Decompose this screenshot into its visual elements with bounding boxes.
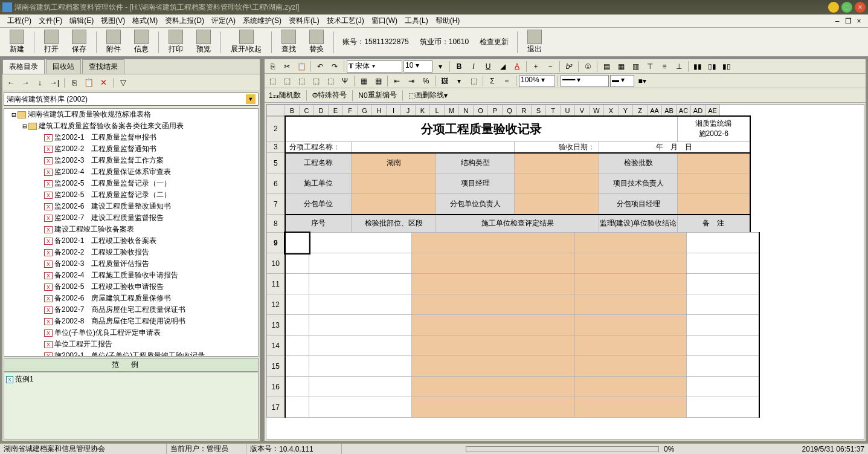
cell-supervisor-result[interactable] <box>575 294 687 315</box>
col-header[interactable]: C <box>300 105 314 116</box>
barcode1-icon[interactable]: ▮▮ <box>691 60 704 73</box>
cell-location[interactable] <box>309 336 412 356</box>
mdi-restore[interactable]: ❐ <box>843 17 854 25</box>
tb-exit[interactable]: 退出 <box>521 28 548 56</box>
tab-table-index[interactable]: 表格目录 <box>2 59 45 74</box>
col-header[interactable]: K <box>416 105 430 116</box>
col-header[interactable]: H <box>372 105 387 116</box>
tree-item[interactable]: X施2002-1 单位(子单位)工程质量竣工验收记录 <box>4 350 258 357</box>
cell-remark[interactable] <box>687 253 759 274</box>
tab-search-result[interactable]: 查找结果 <box>82 59 124 74</box>
cell-seq[interactable] <box>285 356 309 377</box>
tb-open[interactable]: 打开 <box>38 28 65 56</box>
line-weight-select[interactable]: ▬ ▾ <box>610 75 634 87</box>
mdi-minimize[interactable]: – <box>832 17 843 25</box>
cell-remark[interactable] <box>687 315 759 336</box>
menu-report[interactable]: 资料上报(D) <box>161 15 208 27</box>
col-header[interactable]: G <box>358 105 372 116</box>
delete-icon[interactable]: ✕ <box>98 78 108 88</box>
col-header[interactable]: AC <box>677 105 691 116</box>
col-header[interactable]: N <box>459 105 474 116</box>
check-update[interactable]: 检查更新 <box>475 37 513 47</box>
delete-col-icon[interactable]: ⬚ <box>309 75 323 87</box>
menu-tools[interactable]: 工具(L) <box>401 15 432 27</box>
align-bottom-icon[interactable]: ⊥ <box>672 60 686 73</box>
cell-contractor-result[interactable] <box>412 377 575 397</box>
menu-library[interactable]: 资料库(L) <box>285 15 323 27</box>
accept-date-value[interactable]: 年 月 日 <box>599 141 750 153</box>
tb-info[interactable]: 信息 <box>128 28 155 56</box>
menu-help[interactable]: 帮助(H) <box>432 15 464 27</box>
line-style-select[interactable]: ━━━ ▾ <box>561 75 609 87</box>
cell-contractor-result[interactable] <box>412 336 575 356</box>
indent-out-icon[interactable]: ⇤ <box>390 75 403 87</box>
cell-supervisor-result[interactable] <box>575 377 687 397</box>
tb-save[interactable]: 保存 <box>66 28 92 56</box>
strike-line-button[interactable]: ⬚ 画删除线 ▾ <box>405 89 451 102</box>
cell-remark[interactable] <box>687 397 759 418</box>
cell-remark[interactable] <box>687 336 759 356</box>
col-header[interactable]: Z <box>633 105 648 116</box>
cell-location[interactable] <box>309 377 412 397</box>
menu-maintain[interactable]: 系统维护(S) <box>239 15 285 27</box>
random-num-button[interactable]: 1₂₃ 随机数 <box>266 89 304 102</box>
renumber-button[interactable]: N0 重新编号 <box>355 89 399 102</box>
formula-icon[interactable]: = <box>500 75 513 87</box>
col-header[interactable]: E <box>329 105 343 116</box>
row-header[interactable]: 8 <box>267 215 285 233</box>
copy-icon[interactable]: ⎘ <box>266 60 279 73</box>
print-area-icon[interactable]: ⬚ <box>467 75 480 87</box>
cell-supervisor-result[interactable] <box>575 253 687 274</box>
delete-row-icon[interactable]: ⬚ <box>280 75 294 87</box>
value-sub-pm[interactable] <box>678 194 750 215</box>
paste-icon[interactable]: 📋 <box>295 60 308 73</box>
tree-item[interactable]: X单位(子单位)优良工程评定申请表 <box>4 327 258 339</box>
sub-item-value[interactable] <box>352 141 515 153</box>
row-header[interactable]: 10 <box>267 253 285 274</box>
zoom-select[interactable]: 100% ▾ <box>519 75 555 87</box>
tree-item[interactable]: X备2002-8 商品房屋住宅工程使用说明书 <box>4 316 258 327</box>
row-header[interactable]: 12 <box>267 294 285 315</box>
nav-down-icon[interactable]: ↓ <box>35 78 45 88</box>
tb-find[interactable]: 查找 <box>275 28 302 56</box>
menu-tech[interactable]: 技术工艺(J) <box>323 15 368 27</box>
underline-icon[interactable]: U <box>481 60 495 73</box>
col-header[interactable]: AB <box>662 105 677 116</box>
cell-supervisor-result[interactable] <box>575 356 687 377</box>
row-header[interactable]: 11 <box>267 274 285 294</box>
cell-supervisor-result[interactable] <box>575 274 687 294</box>
spreadsheet[interactable]: BCDEFGHIJKLMNOPQRSTUVWXYZAAABACADAE 2 分项… <box>266 104 864 439</box>
cell-location[interactable] <box>309 233 412 253</box>
cell-location[interactable] <box>309 274 412 294</box>
tree-item[interactable]: X监2002-5 工程质量监督记录（二） <box>4 189 258 201</box>
tree-item[interactable]: X备2002-5 工程竣工验收申请报告 <box>4 281 258 293</box>
col-header[interactable]: V <box>575 105 590 116</box>
value-subcontractor[interactable] <box>352 194 436 215</box>
align-center-icon[interactable]: ▦ <box>614 60 628 73</box>
filter-icon[interactable]: ▽ <box>118 78 128 88</box>
cell-seq[interactable] <box>285 233 309 253</box>
text-color-icon[interactable]: A <box>510 60 524 73</box>
cell-seq[interactable] <box>285 377 309 397</box>
tree-item[interactable]: X监2002-1 工程质量监督申报书 <box>4 132 258 143</box>
insert-row-icon[interactable]: ⬚ <box>266 75 279 87</box>
object-icon[interactable]: ▾ <box>452 75 466 87</box>
tree-item[interactable]: X监2002-7 建设工程质量监督报告 <box>4 212 258 224</box>
col-header[interactable]: M <box>445 105 459 116</box>
row-header[interactable]: 14 <box>267 336 285 356</box>
nav-next-icon[interactable]: →| <box>50 78 59 88</box>
increase-icon[interactable]: + <box>529 60 542 73</box>
cell-remark[interactable] <box>687 377 759 397</box>
cell-seq[interactable] <box>285 274 309 294</box>
tb-replace[interactable]: 替换 <box>303 28 330 56</box>
row-header[interactable]: 7 <box>267 194 285 215</box>
image-icon[interactable]: 🖼 <box>438 75 451 87</box>
barcode3-icon[interactable]: ▮▯ <box>720 60 733 73</box>
col-header[interactable]: Y <box>619 105 633 116</box>
row-header[interactable]: 9 <box>267 233 285 253</box>
col-header[interactable]: F <box>343 105 358 116</box>
cell-seq[interactable] <box>285 315 309 336</box>
split-icon[interactable]: Ψ <box>338 75 352 87</box>
tree-item[interactable]: X监2002-5 工程质量监督记录（一） <box>4 178 258 189</box>
tb-print[interactable]: 打印 <box>162 28 189 56</box>
